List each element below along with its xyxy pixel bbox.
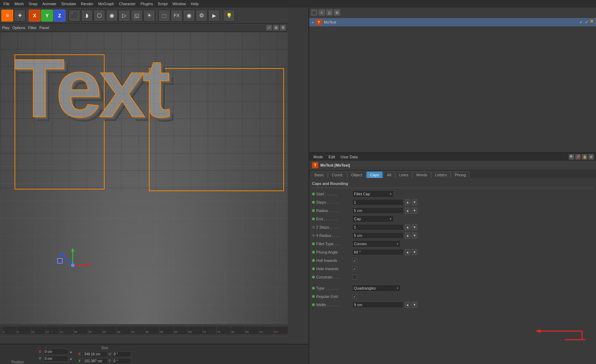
prop-hull-checkbox[interactable] (352, 258, 357, 263)
timeline-ruler[interactable]: 0 5 10 15 20 25 30 35 40 45 50 55 60 65 … (2, 327, 288, 334)
size-h-input[interactable]: 0 ° (112, 351, 131, 357)
vc-icon-camera[interactable]: ⊞ (273, 25, 279, 30)
prop-steps-down[interactable]: ▼ (412, 199, 417, 205)
toolbar-btn-nurbs[interactable]: ⬡ (94, 10, 105, 21)
prop-2steps-input[interactable] (352, 224, 403, 230)
pm-icon-search[interactable]: 🔍 (569, 154, 574, 160)
obj-check-1[interactable]: ✓ (579, 20, 583, 25)
tab-basic[interactable]: Basic (311, 171, 328, 178)
menu-window[interactable]: Window (170, 1, 188, 7)
prop-steps-input[interactable] (352, 199, 403, 205)
menu-script[interactable]: Script (156, 1, 170, 7)
prop-type-dropdown[interactable]: Quadrangles (352, 285, 401, 292)
tab-lines[interactable]: Lines (395, 171, 412, 178)
prop-radius-down[interactable]: ▼ (412, 207, 417, 214)
menu-simulate[interactable]: Simulate (59, 1, 78, 7)
obj-tb-btn-2[interactable]: ≡ (318, 9, 325, 16)
tab-object[interactable]: Object (347, 171, 366, 178)
toolbar-btn-fx[interactable]: FX (171, 10, 183, 21)
menu-file[interactable]: File (1, 1, 12, 7)
pos-x-input[interactable]: 0 cm (43, 349, 68, 355)
toolbar-btn-curve[interactable]: ◗ (81, 10, 93, 21)
prop-phong-down[interactable]: ▼ (412, 249, 417, 255)
prop-phong-up[interactable]: ▲ (405, 249, 410, 255)
toolbar-btn-snap[interactable]: 💡 (223, 10, 235, 21)
menu-snap[interactable]: Snap (27, 1, 40, 7)
tab-coord[interactable]: Coord. (328, 171, 347, 178)
tab-phong[interactable]: Phong (451, 171, 470, 178)
prop-width-input[interactable] (352, 302, 403, 308)
prop-radius-up[interactable]: ▲ (405, 207, 410, 214)
prop-2steps-down[interactable]: ▼ (412, 224, 417, 230)
size-x-input[interactable]: 349.16 cm (83, 351, 108, 357)
menu-plugins[interactable]: Plugins (139, 1, 155, 7)
pos-x-stepper[interactable]: ▲ (69, 350, 73, 354)
toolbar-btn-mode[interactable]: ⊕ (1, 10, 13, 21)
fold-icon[interactable]: ▶ (312, 21, 314, 24)
props-menu-edit[interactable]: Edit (327, 154, 337, 160)
props-menu-mode[interactable]: Mode (311, 154, 325, 160)
tab-letters[interactable]: Letters (432, 171, 451, 178)
toolbar-btn-x[interactable]: X (29, 10, 41, 21)
prop-radius-input[interactable] (352, 207, 403, 214)
vc-icon-settings[interactable]: ⚙ (280, 25, 286, 30)
tab-words[interactable]: Words (412, 171, 431, 178)
pos-y-stepper[interactable]: ▲ (69, 357, 73, 361)
toolbar-btn-render-preview[interactable]: ◉ (183, 10, 195, 21)
toolbar-btn-z[interactable]: Z (54, 10, 65, 21)
vc-panel[interactable]: Panel (39, 26, 49, 30)
menu-animate[interactable]: Animate (40, 1, 58, 7)
tab-caps[interactable]: Caps (366, 171, 383, 178)
toolbar-btn-add[interactable]: ✚ (14, 10, 26, 21)
prop-start-dropdown[interactable]: Fillet Cap (352, 190, 394, 197)
obj-tb-btn-3[interactable]: ◱ (326, 9, 333, 16)
menu-character[interactable]: Character (117, 1, 137, 7)
pos-z-input[interactable]: 0 cm (43, 363, 68, 364)
prop-4radius-input[interactable] (352, 232, 403, 239)
menu-mesh[interactable]: Mesh (12, 1, 26, 7)
toolbar-btn-render-to[interactable]: ▶ (208, 10, 220, 21)
toolbar-btn-floor[interactable]: ⬚ (158, 10, 170, 21)
prop-end-dropdown[interactable]: Cap (352, 215, 394, 222)
prop-constrain-checkbox[interactable] (352, 275, 357, 279)
prop-hole-checkbox[interactable] (352, 266, 357, 271)
prop-width-down[interactable]: ▼ (412, 302, 417, 308)
obj-tb-btn-4[interactable]: ⊞ (333, 9, 340, 16)
pm-icon-pin[interactable]: 📌 (575, 154, 581, 160)
prop-steps-up[interactable]: ▲ (405, 199, 410, 205)
toolbar-btn-deform[interactable]: ◉ (106, 10, 118, 21)
toolbar-btn-camera[interactable]: ◱ (131, 10, 143, 21)
size-p-input[interactable]: 0 ° (112, 358, 131, 364)
prop-width-up[interactable]: ▲ (405, 302, 410, 308)
prop-4radius-down[interactable]: ▼ (412, 232, 417, 239)
prop-4radius-up[interactable]: ▲ (405, 232, 410, 239)
toolbar-btn-light[interactable]: ☀ (143, 10, 155, 21)
toolbar-btn-render-settings[interactable]: ⚙ (196, 10, 207, 21)
3d-viewport[interactable]: Text (0, 32, 288, 324)
vc-filter[interactable]: Filter (28, 26, 36, 30)
prop-2steps-up[interactable]: ▲ (405, 224, 410, 230)
obj-check-2[interactable]: ✓ (585, 20, 588, 25)
prop-reggrid-checkbox[interactable] (352, 294, 357, 299)
toolbar-btn-cube[interactable]: ⬛ (69, 10, 80, 21)
prop-fillet-dropdown[interactable]: Convex (352, 240, 401, 247)
vc-play[interactable]: Play (2, 26, 9, 30)
menu-help[interactable]: Help (189, 1, 201, 7)
pm-icon-lock[interactable]: 🔒 (582, 154, 587, 160)
obj-item-motext[interactable]: ▶ T MoText ✓ ✓ (309, 18, 596, 26)
obj-tb-btn-1[interactable]: ⬛ (311, 9, 318, 16)
vc-options[interactable]: Options (12, 26, 25, 30)
size-x-row: X 349.16 cm H 0 ° (78, 351, 131, 357)
pm-icon-config[interactable]: ⚙ (588, 154, 594, 160)
prop-phong-input[interactable] (352, 249, 403, 255)
size-y-input[interactable]: 152.387 cm (83, 358, 108, 364)
tab-all[interactable]: All (383, 171, 395, 178)
menu-render[interactable]: Render (79, 1, 96, 7)
prop-dot-phong (312, 251, 315, 254)
toolbar-btn-y[interactable]: Y (41, 10, 53, 21)
props-menu-userdata[interactable]: User Data (339, 154, 360, 160)
pos-y-input[interactable]: 0 cm (43, 356, 68, 362)
vc-icon-expand[interactable]: ⤢ (266, 25, 272, 30)
menu-mograph[interactable]: MoGraph (96, 1, 116, 7)
toolbar-btn-env[interactable]: ▷ (118, 10, 130, 21)
